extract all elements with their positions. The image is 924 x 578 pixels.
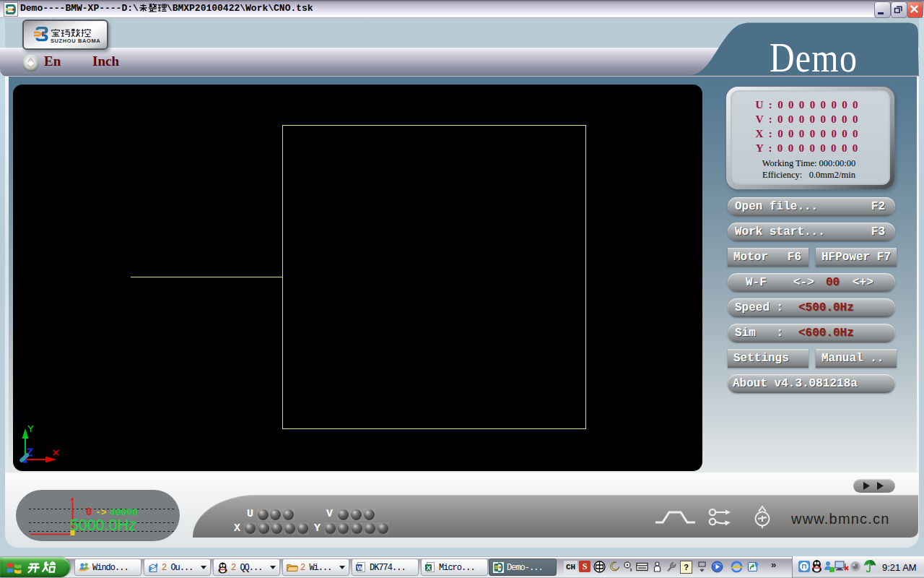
svg-text:5000.0Hz: 5000.0Hz [70, 517, 136, 534]
svg-text:W: W [357, 564, 363, 571]
svg-text:X: X [427, 564, 431, 571]
